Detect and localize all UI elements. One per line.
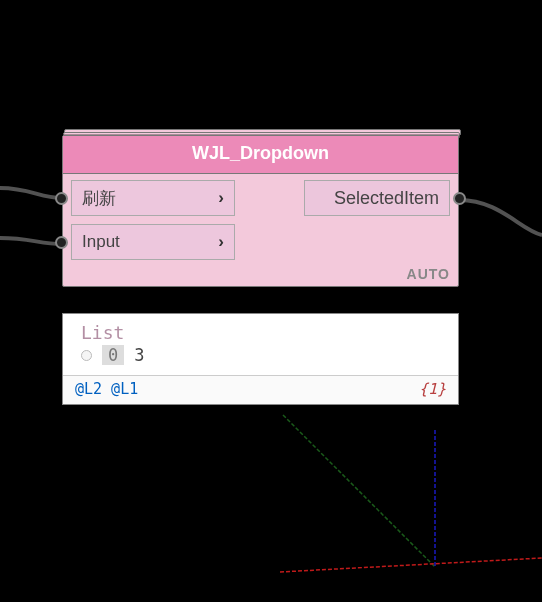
panel-footer: @L2 @L1 {1} (63, 375, 458, 404)
auto-label: AUTO (407, 266, 450, 282)
list-item: 0 3 (81, 345, 444, 365)
annotation-right: {1} (419, 380, 446, 398)
port-connector-dot[interactable] (55, 192, 68, 205)
input-port-label: 刷新 (82, 187, 116, 210)
port-connector-dot[interactable] (55, 236, 68, 249)
chevron-right-icon: › (218, 232, 224, 252)
output-port-selecteditem[interactable]: SelectedItem (304, 180, 450, 216)
panel-content: List 0 3 (63, 314, 458, 375)
input-port-refresh[interactable]: 刷新 › (71, 180, 235, 216)
item-index: 0 (102, 345, 124, 365)
item-value: 3 (134, 345, 144, 365)
port-connector-dot[interactable] (453, 192, 466, 205)
output-port-label: SelectedItem (334, 188, 439, 209)
item-bullet-icon (81, 350, 92, 361)
dropdown-node[interactable]: WJL_Dropdown 刷新 › Input › SelectedItem A… (62, 135, 459, 287)
input-port-input[interactable]: Input › (71, 224, 235, 260)
annotation-left: @L2 @L1 (75, 380, 138, 398)
input-port-label: Input (82, 232, 120, 252)
output-panel[interactable]: List 0 3 @L2 @L1 {1} (62, 313, 459, 405)
list-label: List (81, 322, 444, 343)
node-body: 刷新 › Input › SelectedItem AUTO (63, 174, 458, 286)
node-title[interactable]: WJL_Dropdown (63, 136, 458, 174)
chevron-right-icon: › (218, 188, 224, 208)
